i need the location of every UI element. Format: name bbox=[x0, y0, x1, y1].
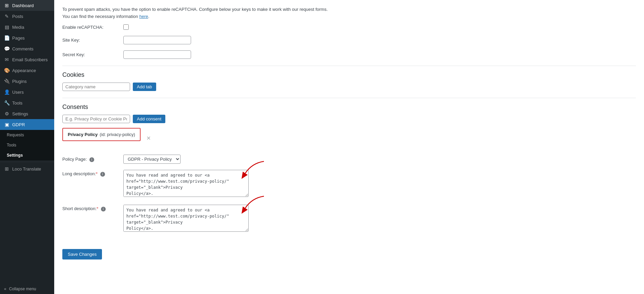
users-icon: 👤 bbox=[4, 89, 9, 95]
plugins-icon: 🔌 bbox=[4, 78, 9, 84]
recaptcha-label: Enable reCAPTCHA: bbox=[62, 25, 123, 30]
sidebar-label: GDPR bbox=[12, 122, 25, 127]
long-desc-row: Long description:* i You have read and a… bbox=[62, 170, 636, 198]
secret-key-row: Secret Key: bbox=[62, 50, 636, 59]
policy-page-info-icon: i bbox=[89, 157, 94, 162]
long-desc-textarea[interactable]: You have read and agreed to our <a href=… bbox=[123, 170, 249, 197]
gdpr-icon: ▣ bbox=[4, 122, 9, 127]
recaptcha-checkbox[interactable] bbox=[123, 24, 129, 30]
sidebar-item-tools[interactable]: 🔧 Tools bbox=[0, 97, 54, 108]
collapse-icon: « bbox=[4, 287, 6, 291]
sidebar-label: Users bbox=[12, 90, 24, 95]
short-desc-info-icon: i bbox=[101, 207, 106, 211]
privacy-policy-box: Privacy Policy (id: privacy-policy) bbox=[62, 128, 141, 141]
sidebar-item-email-subscribers[interactable]: ✉ Email Subscribers bbox=[0, 54, 54, 65]
sub-label: Requests bbox=[7, 133, 24, 137]
policy-box-title: Privacy Policy bbox=[68, 132, 98, 137]
posts-icon: ✎ bbox=[4, 14, 9, 19]
policy-page-select[interactable]: GDPR - Privacy Policy bbox=[123, 155, 181, 164]
sidebar-item-dashboard[interactable]: ⊞ Dashboard bbox=[0, 0, 54, 11]
save-row: Save Changes bbox=[62, 241, 636, 259]
collapse-menu-item[interactable]: « Collapse menu bbox=[0, 284, 54, 294]
sidebar-label: Dashboard bbox=[12, 3, 34, 8]
email-icon: ✉ bbox=[4, 57, 9, 62]
category-name-input[interactable] bbox=[62, 83, 130, 91]
long-desc-label: Long description:* i bbox=[62, 170, 123, 177]
short-desc-required: * bbox=[97, 206, 98, 211]
sidebar-item-plugins[interactable]: 🔌 Plugins bbox=[0, 76, 54, 87]
collapse-label: Collapse menu bbox=[9, 287, 36, 291]
consent-input-row: Add consent bbox=[62, 115, 636, 123]
short-desc-wrapper: You have read and agreed to our <a href=… bbox=[123, 205, 249, 233]
sidebar-item-posts[interactable]: ✎ Posts bbox=[0, 11, 54, 22]
dashboard-icon: ⊞ bbox=[4, 3, 9, 8]
loco-icon: ⊞ bbox=[4, 166, 9, 172]
sidebar-label: Comments bbox=[12, 46, 34, 51]
sidebar-item-appearance[interactable]: 🎨 Appearance bbox=[0, 65, 54, 76]
sidebar-label: Settings bbox=[12, 111, 28, 116]
sidebar-item-media[interactable]: ▤ Media bbox=[0, 22, 54, 32]
sidebar-label: Appearance bbox=[12, 68, 36, 73]
sidebar-item-comments[interactable]: 💬 Comments bbox=[0, 43, 54, 54]
sidebar-subitem-requests[interactable]: Requests bbox=[0, 130, 54, 140]
policy-page-label: Policy Page: i bbox=[62, 157, 123, 162]
recaptcha-row: Enable reCAPTCHA: bbox=[62, 24, 636, 30]
appearance-icon: 🎨 bbox=[4, 68, 9, 73]
long-desc-info-icon: i bbox=[100, 172, 105, 177]
policy-box-close-icon[interactable]: ✕ bbox=[146, 135, 151, 141]
sidebar-item-pages[interactable]: 📄 Pages bbox=[0, 32, 54, 43]
consent-name-input[interactable] bbox=[62, 115, 130, 123]
pages-icon: 📄 bbox=[4, 35, 9, 41]
sidebar-subitem-tools[interactable]: Tools bbox=[0, 140, 54, 150]
site-key-label: Site Key: bbox=[62, 38, 123, 43]
top-description: To prevent spam attacks, you have the op… bbox=[62, 7, 636, 12]
sidebar-item-users[interactable]: 👤 Users bbox=[0, 87, 54, 97]
sub-label: Settings bbox=[7, 153, 23, 158]
find-info-text: You can find the necessary information h… bbox=[62, 14, 636, 19]
add-tab-button[interactable]: Add tab bbox=[133, 83, 156, 91]
tools-icon: 🔧 bbox=[4, 100, 9, 106]
site-key-row: Site Key: bbox=[62, 36, 636, 44]
consents-section-title: Consents bbox=[62, 98, 636, 111]
sidebar-label: Posts bbox=[12, 14, 23, 19]
secret-key-label: Secret Key: bbox=[62, 52, 123, 57]
media-icon: ▤ bbox=[4, 24, 9, 30]
secret-key-input[interactable] bbox=[123, 50, 191, 59]
save-changes-button[interactable]: Save Changes bbox=[62, 249, 102, 259]
short-desc-label: Short description:* i bbox=[62, 205, 123, 211]
sidebar-item-gdpr[interactable]: ▣ GDPR bbox=[0, 119, 54, 130]
sidebar-label: Tools bbox=[12, 100, 22, 106]
category-row: Add tab bbox=[62, 83, 636, 91]
sidebar-subitem-gdpr-settings[interactable]: Settings bbox=[0, 150, 54, 160]
settings-icon: ⚙ bbox=[4, 111, 9, 116]
sidebar-label: Media bbox=[12, 25, 24, 30]
policy-box-id: (id: privacy-policy) bbox=[100, 132, 135, 137]
sidebar-label: Pages bbox=[12, 36, 25, 41]
comments-icon: 💬 bbox=[4, 46, 9, 51]
add-consent-button[interactable]: Add consent bbox=[133, 115, 165, 123]
main-content: To prevent spam attacks, you have the op… bbox=[54, 0, 644, 294]
privacy-policy-container: Privacy Policy (id: privacy-policy) ✕ bbox=[62, 128, 141, 148]
find-info-link[interactable]: here bbox=[139, 14, 148, 19]
sidebar-item-settings[interactable]: ⚙ Settings bbox=[0, 108, 54, 119]
policy-page-row: Policy Page: i GDPR - Privacy Policy bbox=[62, 155, 636, 164]
short-desc-textarea[interactable]: You have read and agreed to our <a href=… bbox=[123, 205, 249, 232]
long-desc-wrapper: You have read and agreed to our <a href=… bbox=[123, 170, 249, 198]
sidebar-label: Plugins bbox=[12, 79, 27, 84]
sidebar-label: Email Subscribers bbox=[12, 57, 48, 62]
site-key-input[interactable] bbox=[123, 36, 191, 44]
find-info-static: You can find the necessary information bbox=[62, 14, 138, 19]
long-desc-required: * bbox=[96, 171, 98, 176]
sub-label: Tools bbox=[7, 143, 16, 148]
short-desc-row: Short description:* i You have read and … bbox=[62, 205, 636, 233]
cookies-section-title: Cookies bbox=[62, 66, 636, 78]
sidebar-item-loco-translate[interactable]: ⊞ Loco Translate bbox=[0, 163, 54, 174]
sidebar: ⊞ Dashboard ✎ Posts ▤ Media 📄 Pages 💬 Co… bbox=[0, 0, 54, 294]
sidebar-label: Loco Translate bbox=[12, 166, 41, 172]
